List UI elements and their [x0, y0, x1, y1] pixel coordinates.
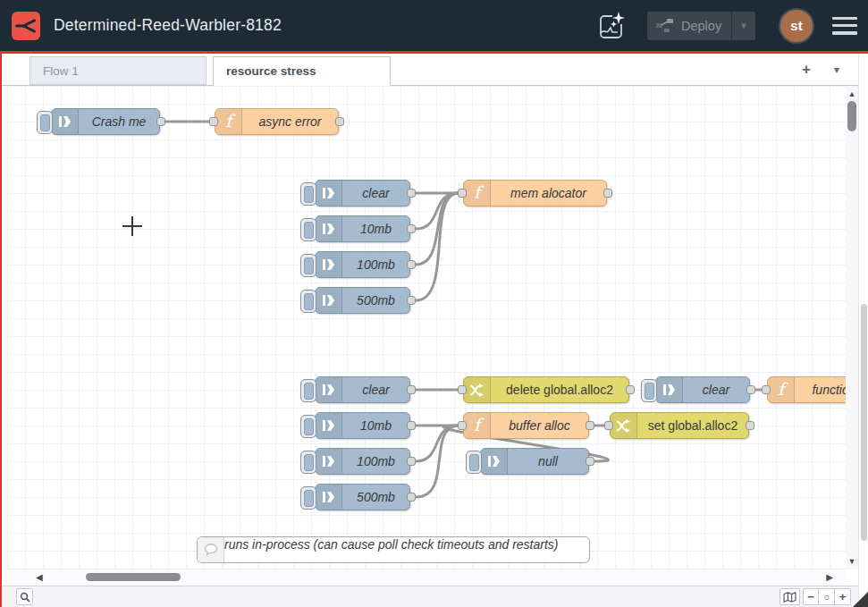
output-port[interactable]: [407, 457, 416, 466]
inject-node[interactable]: 100mb: [315, 448, 410, 475]
function-node[interactable]: f mem alocator: [463, 180, 607, 207]
node-label: 10mb: [342, 216, 409, 241]
window-scroll-thumb[interactable]: [861, 304, 867, 541]
change-swap-icon: [611, 413, 637, 438]
inject-node[interactable]: 500mb: [315, 484, 410, 510]
scroll-up-icon[interactable]: ▲: [846, 89, 858, 98]
navigator-button[interactable]: [780, 588, 800, 605]
output-port[interactable]: [407, 296, 416, 305]
node-label: delete global.alloc2: [491, 377, 628, 402]
node-label: function: [795, 377, 846, 402]
window-resize-grip[interactable]: [853, 592, 868, 607]
window-scrollbar[interactable]: [858, 54, 868, 607]
scroll-right-icon[interactable]: ▶: [826, 572, 833, 582]
flow-canvas[interactable]: Crash me f async error clear 10mb 100mb: [7, 86, 846, 569]
node-label: buffer alloc: [491, 413, 588, 438]
output-port[interactable]: [626, 385, 635, 394]
output-port[interactable]: [407, 189, 416, 198]
input-port[interactable]: [458, 189, 467, 198]
vertical-scroll-thumb[interactable]: [847, 101, 856, 131]
comment-node[interactable]: runs in-process (can cause poll check ti…: [197, 536, 590, 563]
node-label: set global.alloc2: [637, 413, 748, 438]
deploy-options-caret-icon[interactable]: ▾: [732, 20, 755, 31]
inject-node[interactable]: clear: [655, 376, 750, 403]
inject-trigger-button[interactable]: [300, 182, 316, 206]
inject-trigger-button[interactable]: [300, 451, 316, 474]
user-avatar[interactable]: st: [780, 10, 813, 42]
input-port[interactable]: [762, 385, 771, 394]
deploy-button[interactable]: Deploy ▾: [647, 12, 755, 40]
add-flow-button[interactable]: +: [797, 61, 815, 79]
inject-node[interactable]: 500mb: [315, 287, 410, 314]
horizontal-scroll-thumb[interactable]: [86, 573, 181, 581]
node-label: clear: [342, 181, 409, 206]
change-node[interactable]: delete global.alloc2: [463, 376, 629, 403]
inject-node[interactable]: 10mb: [315, 412, 410, 439]
canvas-vertical-scrollbar[interactable]: ▲ ▼: [846, 86, 858, 569]
inject-trigger-button[interactable]: [300, 218, 316, 241]
inject-node[interactable]: clear: [315, 180, 410, 207]
zoom-out-button[interactable]: −: [803, 588, 819, 605]
zoom-controls: − ○ +: [803, 588, 851, 605]
function-icon: f: [768, 377, 795, 402]
scroll-down-icon[interactable]: ▼: [846, 557, 858, 566]
function-node[interactable]: f function: [767, 376, 846, 403]
inject-node[interactable]: 10mb: [315, 215, 410, 242]
output-port[interactable]: [746, 421, 754, 430]
inject-node[interactable]: null: [480, 448, 589, 475]
tab-flow-1[interactable]: Flow 1: [29, 56, 206, 85]
inject-trigger-button[interactable]: [300, 379, 316, 402]
inject-trigger-button[interactable]: [300, 486, 316, 510]
output-port[interactable]: [586, 457, 594, 466]
inject-trigger-button[interactable]: [300, 254, 316, 277]
flow-instance-title: Determined-Reed-Warbler-8182: [54, 0, 282, 51]
flow-list-caret-icon[interactable]: ▾: [828, 61, 846, 79]
node-label: 500mb: [342, 485, 409, 510]
input-port[interactable]: [209, 117, 218, 126]
input-port[interactable]: [604, 421, 613, 430]
inject-arrow-icon: [316, 413, 342, 438]
zoom-reset-button[interactable]: ○: [819, 588, 835, 605]
inject-node[interactable]: Crash me: [51, 108, 160, 135]
inject-trigger-button[interactable]: [641, 379, 657, 402]
output-port[interactable]: [407, 385, 416, 394]
node-label: 10mb: [342, 413, 409, 438]
inject-node[interactable]: clear: [315, 376, 410, 403]
function-node[interactable]: f buffer alloc: [463, 412, 589, 439]
deploy-icon: [656, 19, 674, 32]
inject-trigger-button[interactable]: [37, 111, 53, 134]
output-port[interactable]: [746, 385, 755, 394]
ai-assistant-icon[interactable]: [594, 8, 629, 44]
wire: [416, 193, 458, 229]
function-node[interactable]: f async error: [215, 108, 339, 135]
inject-trigger-button[interactable]: [466, 451, 482, 474]
output-port[interactable]: [407, 493, 416, 502]
inject-trigger-button[interactable]: [300, 290, 316, 313]
change-node[interactable]: set global.alloc2: [610, 412, 749, 439]
inject-node[interactable]: 100mb: [315, 251, 410, 278]
output-port[interactable]: [156, 117, 165, 126]
input-port[interactable]: [458, 385, 467, 394]
change-swap-icon: [464, 377, 491, 402]
app-logo-icon[interactable]: [12, 12, 40, 40]
tab-resource-stress[interactable]: resource stress: [213, 56, 391, 86]
inject-arrow-icon: [316, 288, 342, 313]
zoom-in-button[interactable]: +: [835, 588, 851, 605]
output-port[interactable]: [586, 421, 594, 430]
inject-arrow-icon: [481, 449, 508, 474]
output-port[interactable]: [603, 189, 612, 198]
scroll-left-icon[interactable]: ◀: [36, 572, 43, 582]
inject-arrow-icon: [316, 485, 342, 510]
hamburger-menu-icon[interactable]: [832, 15, 857, 37]
output-port[interactable]: [335, 117, 344, 126]
inject-trigger-button[interactable]: [300, 415, 316, 438]
inject-arrow-icon: [656, 377, 683, 402]
output-port[interactable]: [407, 224, 416, 233]
output-port[interactable]: [407, 260, 416, 269]
output-port[interactable]: [407, 421, 416, 430]
search-button[interactable]: [16, 588, 33, 605]
input-port[interactable]: [458, 421, 467, 430]
canvas-horizontal-scrollbar[interactable]: ◀ ▶: [7, 569, 846, 586]
function-icon: f: [464, 413, 491, 438]
inject-arrow-icon: [316, 252, 342, 277]
